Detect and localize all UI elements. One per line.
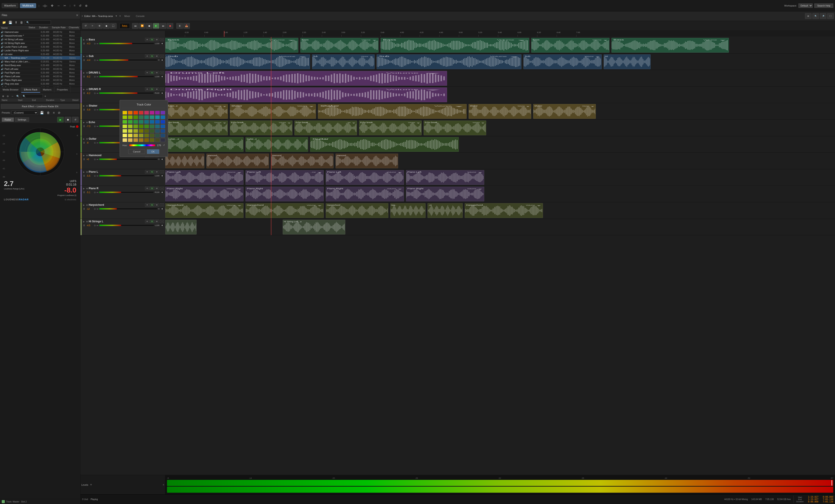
track-add-btn[interactable]: ⊕ [86,39,88,41]
tool-btn-2[interactable]: ✥ [50,3,54,8]
marker-zoom-btn[interactable]: 🔍 [16,95,20,98]
track-add-btn[interactable]: ⊕ [86,72,88,74]
track-clip-btn[interactable]: ⏹ [160,224,164,227]
track-segment[interactable]: Piano Right [245,187,324,201]
track-segment[interactable]: BassVolume [300,38,379,53]
punch-btn[interactable]: ⊕ [84,3,88,8]
color-swatch[interactable] [144,138,149,142]
file-item[interactable]: 🔊 Piano Right.wav 6:26.489 44100 Hz Mono [0,78,80,82]
track-segment[interactable]: ...ord [428,203,463,218]
color-swatch[interactable] [122,134,127,138]
color-swatch[interactable] [133,115,138,119]
play-btn[interactable]: ▶ [153,23,159,29]
marker-move-btn[interactable]: ↔ [11,95,15,98]
color-cancel-btn[interactable]: Cancel [128,149,145,154]
marker-menu-btn[interactable]: ≡ [44,95,47,98]
track-send-btn[interactable]: → [160,71,164,74]
color-swatch[interactable] [161,124,165,128]
radar-tab-settings[interactable]: Settings [15,118,29,122]
color-swatch[interactable] [155,111,160,115]
color-swatch[interactable] [139,115,144,119]
track-h-btn[interactable]: H [145,187,149,190]
track-content-row[interactable]: Piano RightVolumePiano RightPiano RightV… [165,186,835,202]
color-swatch[interactable] [155,129,160,133]
track-segment[interactable]: BassVolume [611,38,729,53]
file-item[interactable]: 🔊 Harpsichord.wav * 6:26.489 44100 Hz Mo… [0,34,80,38]
track-segment[interactable]: Guitar [310,137,459,152]
track-m-btn[interactable]: M [155,87,159,91]
track-segment[interactable]: Harpsichord [326,203,388,218]
file-item[interactable]: 🔊 Mary Had a Little Lamb.wav 0:18.831 44… [0,60,80,63]
color-swatch[interactable] [133,120,138,124]
track-segment[interactable] [165,220,197,235]
track-m-btn[interactable]: M [155,220,159,223]
tool-btn-3[interactable]: ↔ [56,3,61,8]
track-segment[interactable]: HarpsichordVolume [465,203,543,218]
track-segment[interactable]: Piano LeftVolume [326,170,404,185]
file-open-btn[interactable]: 📁 [1,20,7,25]
go-start-btn[interactable]: ⏮ [132,23,139,29]
track-segment[interactable]: Harpsi... [390,203,426,218]
file-item[interactable]: 🔊 Pad Left.wav 6:26.489 44100 Hz Mono [0,67,80,71]
color-swatch[interactable] [139,111,144,115]
preset-menu-btn[interactable]: ≡ [52,110,56,115]
transport-snap-btn[interactable]: ⌗ [89,23,96,29]
color-swatch[interactable] [122,111,127,115]
color-swatch[interactable] [122,129,127,133]
track-content-row[interactable]: Guitar...eGuitar...eGuitar [165,136,835,153]
color-swatch[interactable] [161,134,165,138]
track-m-btn[interactable]: M [155,170,159,174]
loop-btn[interactable]: ↺ [78,3,82,8]
track-send-btn[interactable]: → [160,55,164,58]
track-content-row[interactable]: Shaker...eVolumeShakerVolumeShakerVolume… [165,103,835,120]
fullscreen-btn[interactable]: ⛶ [827,13,834,19]
color-swatch[interactable] [122,115,127,119]
color-swatch[interactable] [122,138,127,142]
track-send-btn[interactable]: → [160,38,164,41]
track-s-btn[interactable]: S [150,187,154,190]
track-clip-btn[interactable]: ⏹ [160,75,164,78]
preset-bypass-btn[interactable]: ⊘ [57,110,61,115]
file-save-btn[interactable]: 💾 [7,20,13,25]
track-segment[interactable]: Piano RightVolume [406,187,484,201]
track-content-row[interactable]: Hi String Left...e [165,219,835,235]
preset-delete-btn[interactable]: 🗑 [46,110,51,115]
track-send-btn[interactable]: → [160,220,164,223]
file-item[interactable]: 🎵 MA – Teardrop.sesx * 7:05.138 44100 Hz… [0,56,80,60]
track-s-btn[interactable]: S [150,71,154,74]
track-clip-btn[interactable]: ⏹ [160,191,164,194]
file-item[interactable]: 🔊 Nord Beep.wav 6:26.489 44100 Hz Mono [0,63,80,67]
track-h-btn[interactable]: H [145,220,149,223]
multitrack-mode-btn[interactable]: Multitrack [20,3,36,8]
track-s-btn[interactable]: S [150,54,154,58]
color-swatch[interactable] [128,138,133,142]
color-swatch[interactable] [161,120,165,124]
track-segment[interactable]: Sub [604,54,651,69]
track-content-row[interactable]: Piano LeftVolumePiano Left...mePiano Lef… [165,169,835,186]
color-swatch[interactable] [144,115,149,119]
waveform-mode-btn[interactable]: Waveform [2,3,18,8]
color-swatch[interactable] [155,138,160,142]
track-add-btn[interactable]: ⊕ [86,220,88,223]
track-add-btn[interactable]: ⊕ [86,171,88,173]
color-swatch[interactable] [139,138,144,142]
color-swatch[interactable] [144,124,149,128]
track-m-btn[interactable]: M [155,54,159,58]
track-segment[interactable]: Echo breakVolume [424,121,486,135]
track-segment[interactable]: Echo breakVolume [230,121,292,135]
color-swatch[interactable] [144,111,149,115]
file-item[interactable]: 🔊 Pad Right.wav 6:26.489 44100 Hz Mono [0,71,80,75]
color-swatch[interactable] [133,138,138,142]
track-segment[interactable]: BassVolume [531,38,610,53]
go-end-btn[interactable]: ⏭ [160,23,166,29]
track-m-btn[interactable]: M [155,187,159,190]
transport-loop-btn[interactable]: ↺ [82,23,89,29]
track-clip-btn[interactable]: ⏹ [160,174,164,177]
track-m-btn[interactable]: M [155,71,159,74]
track-send-btn[interactable]: → [160,88,164,91]
record-btn[interactable]: ⏺ [167,23,173,29]
track-content-row[interactable]: Drums LeftVolume [165,70,835,86]
track-content[interactable]: BassVolumeBassVolumeBassVolumeBassVolume… [165,37,835,475]
track-segment[interactable]: Piano RightVolume [165,187,244,201]
color-swatch[interactable] [139,134,144,138]
